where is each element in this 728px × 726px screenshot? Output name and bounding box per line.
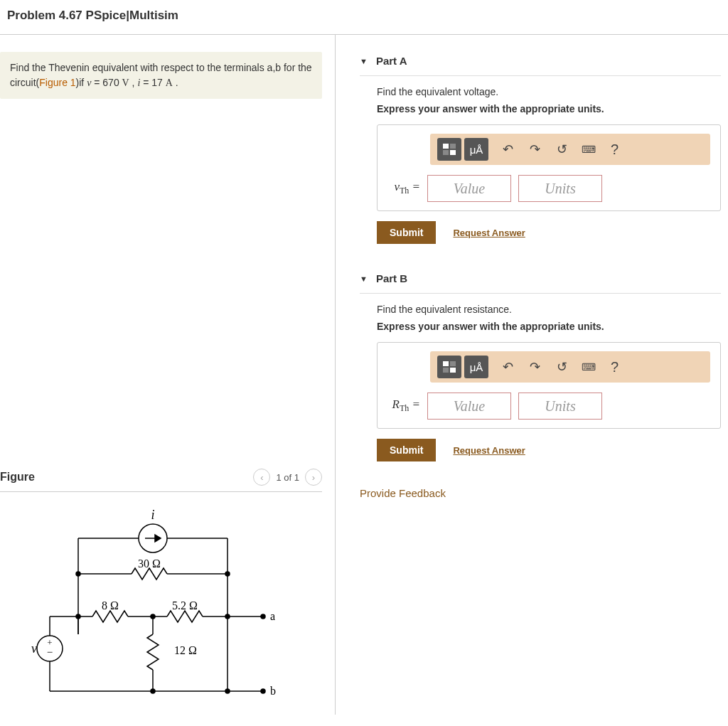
svg-rect-37 [450, 144, 456, 149]
svg-point-31 [225, 689, 230, 693]
provide-feedback-link[interactable]: Provide Feedback [360, 487, 721, 499]
next-figure-button[interactable]: › [305, 469, 322, 486]
part-a-body: Find the equivalent voltage. Express you… [360, 86, 721, 244]
part-a-submit-button[interactable]: Submit [377, 221, 436, 244]
part-a-variable: vTh = [387, 180, 420, 196]
i-unit: A [166, 78, 173, 88]
label-i: i [151, 508, 154, 522]
circuit-diagram: + − i 30 Ω 8 Ω 5.2 Ω 12 Ω v a b [0, 492, 322, 708]
v-val: = 670 [91, 77, 122, 88]
svg-rect-40 [443, 361, 449, 366]
svg-point-20 [261, 614, 265, 619]
svg-rect-36 [443, 144, 449, 149]
part-a-toolbar: μÅ ↶ ↷ ↺ ⌨︎ ? [430, 134, 710, 165]
label-b: b [270, 685, 276, 697]
part-b-bold-instruction: Express your answer with the appropriate… [377, 321, 721, 332]
figure-heading: Figure [0, 471, 35, 484]
svg-rect-38 [443, 150, 449, 155]
svg-rect-43 [450, 368, 456, 373]
figure-link[interactable]: Figure 1 [39, 77, 75, 88]
prev-figure-button[interactable]: ‹ [253, 469, 270, 486]
part-b-value-input[interactable]: Value [427, 393, 511, 420]
v-unit: V [122, 78, 129, 88]
svg-marker-6 [155, 535, 161, 542]
keyboard-icon[interactable]: ⌨︎ [581, 359, 596, 375]
keyboard-icon[interactable]: ⌨︎ [581, 142, 596, 157]
svg-point-32 [261, 689, 265, 693]
svg-text:−: − [47, 646, 53, 658]
sep: , [129, 77, 138, 88]
part-b-instruction: Find the equivalent resistance. [377, 304, 721, 315]
part-b-body: Find the equivalent resistance. Express … [360, 304, 721, 461]
part-b-variable: RTh = [387, 397, 420, 414]
svg-rect-39 [450, 150, 456, 155]
part-a-bold-instruction: Express your answer with the appropriate… [377, 103, 721, 114]
problem-suffix-1: )if [76, 77, 87, 88]
reset-icon[interactable]: ↺ [554, 142, 569, 157]
problem-statement: Find the Thevenin equivalent with respec… [0, 52, 322, 99]
figure-page-label: 1 of 1 [276, 472, 299, 483]
help-icon[interactable]: ? [611, 359, 619, 375]
part-b-submit-button[interactable]: Submit [377, 439, 436, 461]
part-b-units-input[interactable]: Units [518, 393, 602, 420]
caret-down-icon: ▼ [360, 57, 368, 65]
part-b-header[interactable]: ▼ Part B [360, 269, 721, 294]
units-button[interactable]: μÅ [464, 138, 488, 161]
part-b-request-answer-link[interactable]: Request Answer [453, 445, 525, 456]
part-a-request-answer-link[interactable]: Request Answer [453, 228, 525, 238]
period: . [173, 77, 178, 88]
i-val: = 17 [140, 77, 165, 88]
undo-icon[interactable]: ↶ [500, 359, 515, 375]
redo-icon[interactable]: ↷ [527, 142, 542, 157]
redo-icon[interactable]: ↷ [527, 359, 542, 375]
part-b-label: Part B [376, 272, 407, 284]
part-a-instruction: Find the equivalent voltage. [377, 86, 721, 97]
label-r30: 30 Ω [138, 557, 161, 570]
part-b-toolbar: μÅ ↶ ↷ ↺ ⌨︎ ? [430, 351, 710, 383]
label-r12: 12 Ω [174, 644, 197, 656]
label-r52: 5.2 Ω [172, 599, 198, 612]
part-a-value-input[interactable]: Value [427, 175, 511, 202]
svg-rect-41 [450, 361, 456, 366]
help-icon[interactable]: ? [611, 142, 619, 158]
template-icon[interactable] [437, 138, 461, 161]
svg-rect-42 [443, 368, 449, 373]
svg-point-29 [151, 689, 155, 693]
part-a-units-input[interactable]: Units [518, 175, 602, 202]
reset-icon[interactable]: ↺ [554, 359, 569, 375]
figure-pager: ‹ 1 of 1 › [253, 469, 322, 486]
undo-icon[interactable]: ↶ [500, 142, 515, 157]
units-button[interactable]: μÅ [464, 356, 488, 378]
caret-down-icon: ▼ [360, 274, 368, 283]
part-a-header[interactable]: ▼ Part A [360, 52, 721, 76]
part-a-label: Part A [376, 55, 407, 67]
template-icon[interactable] [437, 356, 461, 378]
part-b-answer-box: μÅ ↶ ↷ ↺ ⌨︎ ? RTh = Value Units [377, 342, 721, 429]
part-a-answer-box: μÅ ↶ ↷ ↺ ⌨︎ ? vTh = Value Units [377, 124, 721, 211]
label-r8: 8 Ω [102, 599, 119, 612]
label-a: a [270, 610, 275, 622]
label-v: v [31, 641, 37, 656]
problem-title: Problem 4.67 PSpice|Multisim [0, 0, 728, 34]
